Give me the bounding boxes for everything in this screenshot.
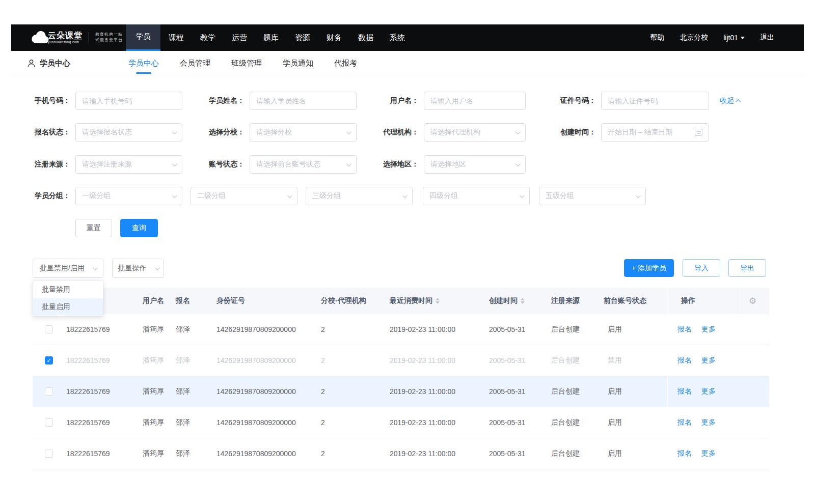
collapse-toggle[interactable]: 收起 xyxy=(720,96,741,105)
register-source-select[interactable]: 请选择注册来源 xyxy=(75,155,182,174)
section-header: 学员中心 xyxy=(27,51,70,75)
row-checkbox[interactable] xyxy=(45,387,53,396)
nav-item-4[interactable]: 题库 xyxy=(255,24,287,51)
chevron-down-icon xyxy=(402,193,408,198)
cell-enroll: 邵泽 xyxy=(176,387,190,396)
help-link[interactable]: 帮助 xyxy=(650,33,664,42)
account-status-select[interactable]: 请选择前台账号状态 xyxy=(250,155,357,174)
cell-created: 2005-05-31 xyxy=(489,356,526,365)
batch-toggle-button[interactable]: 批量禁用/启用 xyxy=(33,259,103,278)
cell-idcard: 14262919870809200000 xyxy=(216,356,296,365)
branch-select[interactable]: 请选择分校 xyxy=(250,123,357,142)
row-action-more[interactable]: 更多 xyxy=(701,449,716,458)
batch-dropdown-item-1[interactable]: 批量启用 xyxy=(33,298,103,316)
chevron-down-icon xyxy=(515,129,521,134)
region-select[interactable]: 请选择地区 xyxy=(424,155,526,174)
cell-status: 启用 xyxy=(608,325,622,334)
chevron-down-icon xyxy=(93,265,98,270)
enroll-status-select[interactable]: 请选择报名状态 xyxy=(75,123,182,142)
row-action-enroll[interactable]: 报名 xyxy=(677,325,692,334)
sort-icon[interactable] xyxy=(436,298,440,304)
chevron-down-icon xyxy=(172,129,177,134)
cell-phone: 18222615769 xyxy=(66,418,110,427)
col-last-consume[interactable]: 最近消费时间 xyxy=(390,296,440,305)
gear-icon[interactable]: ⚙ xyxy=(749,296,756,306)
nav-item-3[interactable]: 运营 xyxy=(224,24,255,51)
row-action-enroll[interactable]: 报名 xyxy=(677,418,692,427)
nav-item-7[interactable]: 数据 xyxy=(350,24,382,51)
row-checkbox[interactable] xyxy=(45,325,53,333)
nav-item-5[interactable]: 资源 xyxy=(287,24,318,51)
group-select-level-3[interactable]: 三级分组 xyxy=(306,187,413,205)
group-select-level-2[interactable]: 二级分组 xyxy=(191,187,297,205)
batch-ops-button[interactable]: 批量操作 xyxy=(112,259,164,278)
nav-item-6[interactable]: 财务 xyxy=(318,24,350,51)
row-action-enroll[interactable]: 报名 xyxy=(677,356,692,365)
sort-icon[interactable] xyxy=(521,298,525,304)
chevron-down-icon xyxy=(287,193,292,198)
col-idcard: 身份证号 xyxy=(216,296,245,305)
student-name-input[interactable] xyxy=(250,92,357,110)
cell-consume: 2019-02-23 11:00:00 xyxy=(390,450,455,458)
logout-link[interactable]: 退出 xyxy=(760,33,774,42)
col-create-time[interactable]: 创建时间 xyxy=(489,296,525,305)
group-select-level-4[interactable]: 四级分组 xyxy=(423,187,530,205)
search-button[interactable]: 查询 xyxy=(120,219,158,237)
phone-input[interactable] xyxy=(75,92,182,110)
user-menu[interactable]: lijt01 xyxy=(723,34,745,42)
nav-item-2[interactable]: 教学 xyxy=(192,24,224,51)
main-nav: 学员课程教学运营题库资源财务数据系统 xyxy=(126,24,413,51)
create-time-label: 创建时间： xyxy=(550,128,596,137)
row-checkbox[interactable] xyxy=(45,418,53,427)
export-button[interactable]: 导出 xyxy=(728,259,766,277)
fixed-col-gap xyxy=(667,314,668,345)
cell-consume: 2019-02-23 11:00:00 xyxy=(390,418,455,427)
cell-source: 后台创建 xyxy=(551,356,580,365)
table-row: 18222615769潘筠厚邵泽142629198708092000002201… xyxy=(33,376,769,407)
logo-domain: yunduoketang.com xyxy=(48,41,83,44)
row-checkbox[interactable]: ✓ xyxy=(45,356,53,365)
row-checkbox[interactable] xyxy=(45,450,53,458)
reset-button[interactable]: 重置 xyxy=(75,219,112,237)
nav-item-8[interactable]: 系统 xyxy=(382,24,413,51)
row-action-more[interactable]: 更多 xyxy=(701,325,716,334)
branch-field: 选择分校： 请选择分校 xyxy=(199,123,357,142)
subnav-tab-0[interactable]: 学员中心 xyxy=(128,51,159,75)
nav-item-1[interactable]: 课程 xyxy=(160,24,192,51)
group-select-level-1[interactable]: 一级分组 xyxy=(75,187,182,205)
sub-navbar: 学员中心 学员中心会员管理班级管理学员通知代报考 xyxy=(11,51,804,75)
branch-link[interactable]: 北京分校 xyxy=(680,33,708,42)
branch-label: 选择分校： xyxy=(199,128,244,137)
add-student-button[interactable]: + 添加学员 xyxy=(624,259,674,277)
subnav-tab-3[interactable]: 学员通知 xyxy=(283,51,313,75)
row-action-more[interactable]: 更多 xyxy=(701,387,716,396)
register-source-field: 注册来源： 请选择注册来源 xyxy=(24,155,182,174)
gear-col-divider xyxy=(738,288,738,314)
import-button[interactable]: 导入 xyxy=(683,259,720,277)
subnav-tab-2[interactable]: 班级管理 xyxy=(231,51,262,75)
row-action-more[interactable]: 更多 xyxy=(701,356,716,365)
batch-dropdown-item-0[interactable]: 批量禁用 xyxy=(33,281,103,298)
col-actions: 操作 xyxy=(681,296,695,305)
col-branch-agency: 分校-代理机构 xyxy=(321,296,366,305)
account-status-field: 账号状态： 请选择前台账号状态 xyxy=(199,155,357,174)
username-input[interactable] xyxy=(424,92,526,110)
nav-item-0[interactable]: 学员 xyxy=(126,24,160,51)
create-time-field: 创建时间： 开始日期 – 结束日期 xyxy=(550,123,709,142)
student-name-label: 学员姓名： xyxy=(199,96,244,105)
cell-username: 潘筠厚 xyxy=(143,418,164,427)
subnav-tab-4[interactable]: 代报考 xyxy=(334,51,357,75)
group-select-level-5[interactable]: 五级分组 xyxy=(539,187,646,205)
cell-username: 潘筠厚 xyxy=(143,325,164,334)
section-title: 学员中心 xyxy=(40,59,70,68)
row-action-more[interactable]: 更多 xyxy=(701,418,716,427)
subnav-tab-1[interactable]: 会员管理 xyxy=(180,51,210,75)
agency-select[interactable]: 请选择代理机构 xyxy=(424,123,526,142)
row-action-enroll[interactable]: 报名 xyxy=(677,387,692,396)
create-time-range[interactable]: 开始日期 – 结束日期 xyxy=(601,123,709,142)
row-action-enroll[interactable]: 报名 xyxy=(677,449,692,458)
region-field: 选择地区： 请选择地区 xyxy=(373,155,526,174)
chevron-down-icon xyxy=(636,193,641,198)
cell-username: 潘筠厚 xyxy=(143,387,164,396)
idnumber-input[interactable] xyxy=(601,92,709,110)
